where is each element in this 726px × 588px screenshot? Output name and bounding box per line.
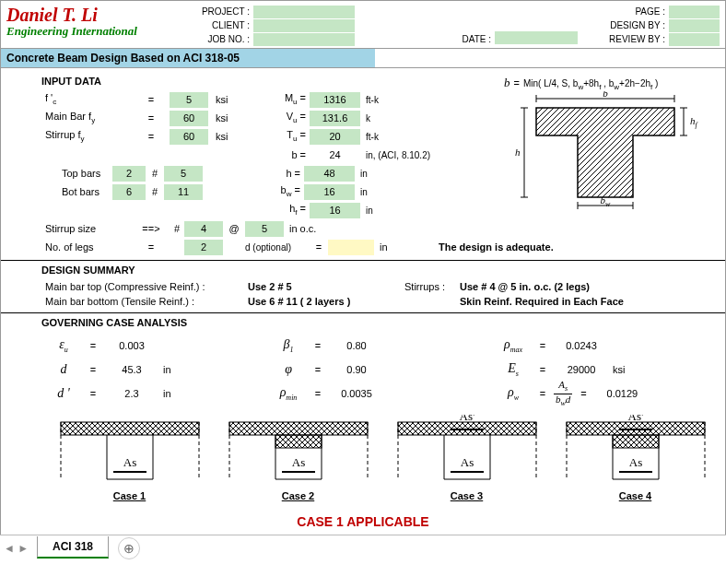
bw-unit: in (355, 187, 438, 197)
pmax-val: 0.0243 (554, 340, 609, 351)
designby-input[interactable] (669, 19, 720, 32)
date-label: DATE : (449, 34, 495, 44)
dopt-label: d (optional) (245, 242, 310, 253)
fyv-input[interactable]: 60 (170, 129, 208, 145)
fy-label: Main Bar fy (45, 111, 133, 124)
summary-head: DESIGN SUMMARY (41, 265, 720, 276)
fy-input[interactable]: 60 (170, 111, 208, 126)
reviewby-input[interactable] (669, 33, 720, 46)
vu-unit: k (360, 113, 443, 123)
bot-n-input[interactable]: 6 (112, 184, 146, 200)
dopt-unit: in (374, 241, 402, 253)
b1-val: 0.80 (329, 340, 384, 351)
pmax-sym: ρmax (495, 337, 532, 354)
stir-sp-input[interactable]: 5 (245, 221, 284, 237)
dp-val: 2.3 (104, 388, 159, 399)
logo-block: Daniel T. Li Engineering International (6, 5, 191, 46)
jobno-input[interactable] (253, 33, 355, 46)
project-label: PROJECT : (191, 6, 253, 17)
fc-label: f 'c (45, 92, 133, 106)
client-input[interactable] (253, 19, 355, 32)
tab-aci318[interactable]: ACI 318 (37, 536, 109, 559)
bot-size-input[interactable]: 11 (164, 184, 203, 200)
pmin-sym: ρmin (270, 385, 307, 402)
mu-unit: ft-k (360, 95, 443, 105)
case-4: As' As Case 4 (555, 415, 716, 501)
title-text: Concrete Beam Design Based on ACI 318-05 (6, 52, 240, 65)
worksheet: Daniel T. Li Engineering International P… (0, 0, 726, 535)
sum-top-use: Use 2 # 5 (248, 281, 404, 292)
svg-text:b: b (603, 91, 608, 99)
case-3: As' As Case 3 (386, 415, 547, 501)
tab-nav[interactable]: ◄ ► (4, 542, 29, 555)
eu-sym: εu (45, 337, 82, 354)
tu-label: Tu = (273, 129, 310, 143)
d-val: 45.3 (104, 364, 159, 375)
header-mid: PROJECT : CLIENT : JOB NO. : (191, 5, 449, 46)
tu-input[interactable]: 20 (310, 129, 360, 145)
add-sheet-button[interactable]: ⊕ (118, 537, 140, 559)
mu-label: Mu = (273, 92, 310, 106)
h-label: h = (267, 168, 304, 179)
adequate-msg: The design is adequate. (439, 241, 554, 253)
svg-text:As: As (291, 455, 304, 469)
header-right: PAGE : DESIGN BY : REVIEW BY : (587, 5, 720, 46)
stir-size-input[interactable]: 4 (184, 221, 223, 237)
svg-text:As: As (123, 455, 135, 469)
applicable-msg: CASE 1 APPLICABLE (6, 514, 720, 529)
sum-stir-use: Use # 4 @ 5 in. o.c. (2 legs) (460, 281, 590, 292)
case1-label: Case 1 (49, 490, 210, 501)
h-input[interactable]: 48 (304, 166, 355, 182)
jobno-label: JOB NO. : (191, 34, 253, 44)
header-date: DATE : (449, 5, 587, 46)
top-size-input[interactable]: 5 (164, 166, 203, 182)
header: Daniel T. Li Engineering International P… (1, 1, 725, 48)
svg-text:As: As (628, 455, 641, 469)
pmin-val: 0.0035 (329, 388, 384, 399)
sum-stir-lbl: Stirrups : (404, 281, 460, 292)
formula-expr: Min( L/4, S, bw+8hf , bw+2h−2hf ) (523, 78, 658, 91)
svg-rect-25 (275, 435, 322, 448)
hf-label: hf = (273, 203, 310, 217)
svg-text:As': As' (627, 415, 643, 423)
tu-unit: ft-k (360, 132, 443, 142)
case-2: As Case 2 (217, 415, 379, 501)
cases: As Case 1 As Case 2 (45, 415, 720, 501)
svg-text:As': As' (459, 415, 474, 423)
eu-val: 0.003 (104, 340, 159, 351)
es-sym: Es (495, 361, 532, 378)
h-unit: in (355, 169, 438, 179)
stir-unit: in o.c. (284, 223, 316, 234)
pw-val: 0.0129 (594, 388, 650, 399)
fyv-unit: ksi (208, 131, 245, 142)
hf-input[interactable]: 16 (310, 203, 360, 218)
project-input[interactable] (253, 6, 355, 18)
page-label: PAGE : (595, 6, 669, 17)
bot-label: Bot bars (62, 186, 112, 197)
top-n-input[interactable]: 2 (112, 166, 146, 182)
svg-rect-44 (613, 435, 659, 448)
gov-grid: εu=0.003 d=45.3in d '=2.3in β1=0.80 φ=0.… (45, 334, 720, 406)
hf-unit: in (360, 206, 443, 216)
logo-title: Daniel T. Li (6, 5, 191, 26)
tsection-diagram: b = Min( L/4, S, bw+8hf , bw+2h−2hf ) b (504, 76, 716, 214)
sum-top-lbl: Main bar top (Compressive Reinf.) : (45, 281, 248, 292)
vu-input[interactable]: 131.6 (310, 111, 360, 126)
page-input[interactable] (669, 6, 720, 18)
case3-label: Case 3 (386, 490, 547, 501)
bw-input[interactable]: 16 (304, 184, 355, 200)
eq: = (133, 94, 170, 105)
b-label: b = (273, 149, 310, 160)
legs-input[interactable]: 2 (184, 240, 223, 255)
dopt-input[interactable] (328, 240, 374, 255)
legs-label: No. of legs (45, 241, 133, 253)
b1-sym: β1 (270, 337, 307, 354)
mu-input[interactable]: 1316 (310, 92, 360, 108)
date-input[interactable] (495, 31, 578, 44)
tsection-svg: b hf h bw (504, 91, 707, 211)
sum-bot-lbl: Main bar bottom (Tensile Reinf.) : (45, 296, 248, 307)
fyv-label: Stirrup fy (45, 129, 133, 143)
fc-input[interactable]: 5 (170, 92, 208, 108)
fy-unit: ksi (208, 112, 245, 123)
gov-head: GOVERNING CASE ANALYSIS (41, 317, 720, 328)
